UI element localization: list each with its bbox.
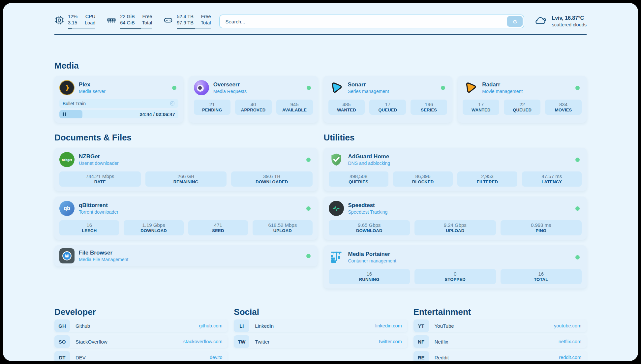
stat-value: 17 — [370, 102, 405, 107]
app-card-sonarr[interactable]: Sonarr Series management 485 WANTED 17 Q… — [323, 76, 452, 123]
search-bar: G — [219, 15, 524, 28]
section-title-social: Social — [234, 308, 407, 316]
bookmark-reddit[interactable]: RE Reddit reddit.com — [413, 351, 587, 361]
ram-free-label: Free — [142, 14, 152, 20]
ram-progress-fill — [120, 28, 141, 29]
bookmark-abbr-badge: RE — [413, 351, 429, 361]
bookmark-twitter[interactable]: TW Twitter twitter.com — [234, 335, 407, 348]
stat-label: SERIES — [411, 107, 446, 112]
stat-box: 1.19 Gbps DOWNLOAD — [124, 220, 183, 235]
status-dot — [575, 255, 580, 259]
speedtest-icon — [329, 201, 344, 216]
search-input[interactable] — [219, 15, 524, 28]
bookmark-netflix[interactable]: NF Netflix netflix.com — [413, 335, 587, 348]
now-playing-title: Bullet Train — [63, 101, 86, 106]
bookmark-linkedin[interactable]: LI LinkedIn linkedin.com — [234, 319, 407, 332]
cpu-load-label: Load — [85, 20, 95, 26]
bookmark-url: twitter.com — [379, 339, 402, 344]
disk-total-label: Total — [201, 20, 211, 26]
weather-condition: scattered clouds — [552, 22, 587, 28]
app-name: File Browser — [79, 250, 128, 256]
stat-box: 22 QUEUED — [504, 100, 540, 115]
bookmark-stackoverflow[interactable]: SO StackOverflow stackoverflow.com — [54, 335, 228, 348]
stat-value: 47.57 ms — [523, 173, 581, 179]
app-card-adguard[interactable]: AdGuard Home DNS and adblocking 498,508 … — [324, 148, 587, 191]
stat-value: 471 — [189, 222, 247, 228]
search-engine-button[interactable]: G — [507, 16, 523, 27]
bookmark-url: linkedin.com — [375, 323, 402, 328]
cpu-widget: 12% 3.15 CPU Load — [54, 14, 95, 29]
bookmark-url: github.com — [199, 323, 222, 328]
stat-value: 16 — [60, 222, 118, 228]
app-card-overseerr[interactable]: Overseerr Media Requests 21 PENDING 40 A… — [189, 76, 318, 123]
bookmark-url: youtube.com — [554, 323, 581, 328]
app-card-filebrowser[interactable]: File Browser Media File Management — [54, 245, 318, 266]
stat-box: 17 QUEUED — [369, 100, 406, 115]
ram-progress-track — [120, 28, 152, 29]
stat-box: 9.24 Gbps UPLOAD — [414, 220, 496, 235]
adguard-icon — [329, 152, 344, 167]
app-card-radarr[interactable]: Radarr Movie management 17 WANTED 22 QUE… — [458, 76, 587, 123]
stat-box: 16 LEECH — [59, 220, 119, 235]
bookmark-dev[interactable]: DT DEV dev.to — [54, 351, 228, 361]
stat-box: 0 STOPPED — [414, 269, 496, 284]
status-dot — [307, 86, 311, 90]
disk-progress-track — [177, 28, 211, 29]
ram-icon — [107, 14, 116, 26]
now-playing-row: Bullet Train — [59, 99, 178, 108]
app-description: Series management — [348, 89, 389, 94]
app-name: qBittorrent — [79, 202, 118, 209]
app-card-plex[interactable]: Plex Media server Bullet Train 24:44 / 0… — [54, 76, 183, 123]
stat-value: 744.21 Mbps — [60, 173, 140, 179]
app-name: NZBGet — [79, 153, 119, 160]
app-description: Torrent downloader — [79, 209, 118, 215]
cpu-label: CPU — [85, 14, 95, 20]
bookmark-github[interactable]: GH Github github.com — [54, 319, 228, 332]
stat-value: 485 — [329, 102, 364, 107]
app-name: AdGuard Home — [348, 153, 390, 160]
bookmark-name: Netflix — [435, 339, 448, 345]
stat-value: 9.65 Gbps — [329, 222, 410, 228]
stat-value: 2,953 — [458, 173, 516, 179]
bookmark-name: YouTube — [435, 323, 454, 329]
stat-value: 266 GB — [146, 173, 226, 179]
cpu-progress-track — [68, 28, 95, 29]
app-card-portainer[interactable]: Media Portainer Container management 16 … — [324, 245, 587, 288]
stat-label: UPLOAD — [253, 228, 312, 233]
stat-box: 618.52 Mbps UPLOAD — [253, 220, 312, 235]
disk-free-label: Free — [201, 14, 211, 20]
section-title-documents: Documents & Files — [54, 133, 318, 142]
app-name: Radarr — [482, 81, 523, 88]
stat-box: 21 PENDING — [194, 100, 230, 115]
stat-value: 21 — [195, 102, 230, 107]
playback-progress-bar: 24:44 / 02:06:47 — [59, 110, 178, 118]
bookmark-abbr-badge: LI — [234, 319, 249, 332]
stat-label: BLOCKED — [394, 179, 452, 184]
media-grid: Plex Media server Bullet Train 24:44 / 0… — [54, 76, 587, 123]
bookmark-group-entertainment: Entertainment YT YouTube youtube.com NF … — [413, 308, 587, 361]
stat-box: 744.21 Mbps RATE — [59, 171, 141, 187]
bookmark-url: stackoverflow.com — [183, 339, 222, 344]
stat-label: APPROVED — [236, 107, 271, 112]
nzbget-icon: nzbget — [59, 152, 75, 167]
stat-box: 86,396 BLOCKED — [393, 171, 453, 187]
cpu-progress-fill — [68, 28, 72, 29]
stat-box: 0.993 ms PING — [501, 220, 582, 235]
bookmark-youtube[interactable]: YT YouTube youtube.com — [413, 319, 587, 332]
app-description: DNS and adblocking — [348, 161, 390, 166]
bookmark-name: DEV — [76, 355, 86, 360]
bookmark-name: LinkedIn — [255, 323, 274, 329]
system-stats: 12% 3.15 CPU Load — [54, 14, 211, 29]
stat-value: 498,508 — [329, 173, 388, 179]
app-description: Container management — [348, 258, 396, 263]
app-card-speedtest[interactable]: Speedtest Speedtest Tracking 9.65 Gbps D… — [324, 197, 587, 240]
stat-label: WANTED — [329, 107, 364, 112]
app-card-nzbget[interactable]: nzbget NZBGet Usenet downloader 744.21 M… — [54, 148, 318, 191]
stat-value: 17 — [463, 102, 499, 107]
stat-value: 16 — [501, 271, 581, 277]
cloud-icon — [534, 15, 547, 27]
sonarr-icon — [328, 80, 344, 95]
stat-label: WANTED — [463, 107, 499, 112]
app-card-qbittorrent[interactable]: qb qBittorrent Torrent downloader 16 LEE… — [54, 197, 318, 240]
stat-box: 16 TOTAL — [501, 269, 582, 284]
